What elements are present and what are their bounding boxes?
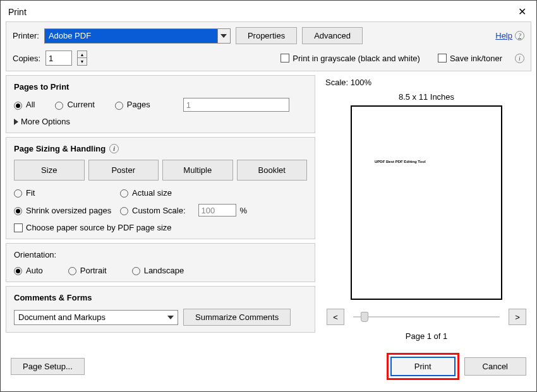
comments-select[interactable]: Document and Markups <box>14 310 178 325</box>
preview-document-text: UPDF Best PDF Editing Tool <box>375 160 426 163</box>
preview-column: Scale: 100% 8.5 x 11 Inches UPDF Best PD… <box>320 75 531 349</box>
pages-radio-row: All Current Pages <box>14 98 307 112</box>
choose-source-checkbox[interactable]: Choose paper source by PDF page size <box>14 223 307 232</box>
content: Printer: Adobe PDF Properties Advanced H… <box>1 21 536 391</box>
pages-title: Pages to Print <box>14 82 307 92</box>
paper-size-label: 8.5 x 11 Inches <box>325 92 528 102</box>
slider-thumb[interactable] <box>361 312 368 322</box>
page-setup-button[interactable]: Page Setup... <box>11 358 85 375</box>
radio-fit[interactable]: Fit <box>14 188 35 198</box>
radio-pages[interactable]: Pages <box>115 100 150 109</box>
next-page-button[interactable]: > <box>509 309 526 325</box>
radio-actual[interactable]: Actual size <box>120 188 172 198</box>
copies-label: Copies: <box>13 54 40 63</box>
printer-label: Printer: <box>13 31 39 40</box>
radio-portrait[interactable]: Portrait <box>68 266 107 275</box>
saveink-checkbox[interactable]: Save ink/toner <box>438 54 502 63</box>
help-icon: ? <box>515 31 524 40</box>
preview-nav: < > <box>327 309 526 325</box>
top-section: Printer: Adobe PDF Properties Advanced H… <box>6 21 531 71</box>
radio-custom[interactable]: Custom Scale: <box>120 206 186 215</box>
grayscale-label: Print in grayscale (black and white) <box>293 54 420 63</box>
copies-spinner[interactable]: ▲ ▼ <box>77 50 87 66</box>
chevron-down-icon <box>167 316 174 319</box>
custom-scale-input[interactable] <box>198 204 236 217</box>
percent-label: % <box>240 206 248 215</box>
checkbox-icon <box>438 54 447 62</box>
prev-page-button[interactable]: < <box>327 309 344 325</box>
middle: Pages to Print All Current Pages More Op… <box>6 75 531 349</box>
more-options[interactable]: More Options <box>14 117 307 126</box>
info-icon[interactable]: i <box>109 144 119 153</box>
sizing-title: Page Sizing & Handling i <box>14 144 307 153</box>
comments-title: Comments & Forms <box>14 293 307 302</box>
left-column: Pages to Print All Current Pages More Op… <box>6 75 315 349</box>
page-indicator: Page 1 of 1 <box>325 331 528 341</box>
preview-page: UPDF Best PDF Editing Tool <box>351 105 502 300</box>
spinner-down-icon[interactable]: ▼ <box>78 58 87 65</box>
radio-current[interactable]: Current <box>55 100 94 109</box>
radio-all[interactable]: All <box>14 100 35 109</box>
scale-label: Scale: 100% <box>325 78 528 87</box>
titlebar: Print ✕ <box>1 1 536 21</box>
advanced-button[interactable]: Advanced <box>302 27 363 44</box>
sizing-panel: Page Sizing & Handling i Size Poster Mul… <box>6 137 315 239</box>
footer: Page Setup... Print Cancel <box>6 349 531 386</box>
chevron-down-icon[interactable] <box>217 29 230 43</box>
help-link[interactable]: Help ? <box>495 31 524 40</box>
booklet-button[interactable]: Booklet <box>237 160 308 181</box>
multiple-button[interactable]: Multiple <box>162 160 233 181</box>
radio-landscape[interactable]: Landscape <box>132 266 184 275</box>
triangle-right-icon <box>14 119 18 125</box>
radio-auto[interactable]: Auto <box>14 266 43 275</box>
comments-panel: Comments & Forms Document and Markups Su… <box>6 286 315 333</box>
radio-shrink[interactable]: Shrink oversized pages <box>14 206 111 215</box>
comments-value: Document and Markups <box>18 312 167 322</box>
spinner-up-icon[interactable]: ▲ <box>78 51 87 58</box>
sizing-buttons: Size Poster Multiple Booklet <box>14 160 307 181</box>
saveink-label: Save ink/toner <box>450 54 502 63</box>
print-button[interactable]: Print <box>390 357 456 376</box>
print-highlight: Print <box>387 353 459 380</box>
cancel-button[interactable]: Cancel <box>464 357 526 376</box>
orientation-row: Auto Portrait Landscape <box>14 266 307 275</box>
window-title: Print <box>8 7 27 17</box>
info-icon[interactable]: i <box>515 54 524 63</box>
checkbox-icon <box>14 223 23 232</box>
orientation-panel: Orientation: Auto Portrait Landscape <box>6 243 315 282</box>
printer-value: Adobe PDF <box>45 29 217 43</box>
help-text: Help <box>495 31 512 40</box>
copies-input[interactable] <box>45 50 72 66</box>
poster-button[interactable]: Poster <box>88 160 159 181</box>
properties-button[interactable]: Properties <box>236 27 297 44</box>
print-dialog: Print ✕ Printer: Adobe PDF Properties Ad… <box>0 0 537 392</box>
pages-panel: Pages to Print All Current Pages More Op… <box>6 75 315 133</box>
orientation-title: Orientation: <box>14 250 307 259</box>
grayscale-checkbox[interactable]: Print in grayscale (black and white) <box>281 54 420 63</box>
summarize-button[interactable]: Summarize Comments <box>183 309 291 326</box>
close-icon[interactable]: ✕ <box>516 4 529 19</box>
size-button[interactable]: Size <box>14 160 85 181</box>
checkbox-icon <box>281 54 289 62</box>
pages-input[interactable] <box>183 98 289 112</box>
printer-select[interactable]: Adobe PDF <box>44 28 231 44</box>
page-slider[interactable] <box>353 311 500 323</box>
slider-track <box>353 316 500 318</box>
